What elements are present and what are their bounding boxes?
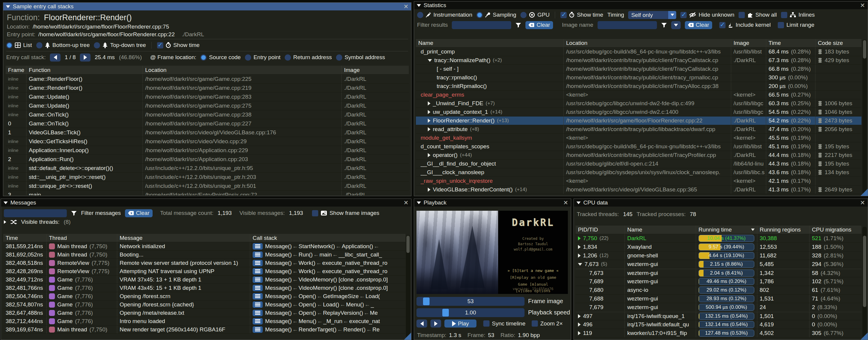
- stats-row[interactable]: FloorRenderer::Render()(+13) /home/wolf/…: [416, 116, 862, 125]
- message-row[interactable]: 382,428,269ns RemoteView(7,775) Attempti…: [3, 267, 405, 276]
- message-row[interactable]: 382,481,766ns Game(7,776) VRAM 43x45: 15…: [3, 284, 405, 292]
- cell-function[interactable]: Game::OnTick(): [26, 110, 143, 119]
- callstack-button[interactable]: [253, 326, 263, 333]
- filter-results-input[interactable]: [452, 21, 511, 29]
- close-icon[interactable]: ✕: [563, 200, 568, 206]
- call-stack-row[interactable]: inline Game::RenderFloor() /home/wolf/da…: [6, 84, 409, 92]
- visible-threads-label[interactable]: Visible threads:: [21, 219, 60, 225]
- funnel-icon[interactable]: [661, 23, 667, 28]
- call-stack-row[interactable]: inline Game::OnTick() /home/wolf/darkrl/…: [6, 110, 409, 119]
- cell-function[interactable]: Application::Run(): [26, 155, 143, 164]
- cell-function[interactable]: Game::Update(): [26, 92, 143, 101]
- timing-combo[interactable]: Self only: [628, 11, 676, 19]
- cell-pid[interactable]: 1,834: [576, 243, 625, 251]
- cell-name[interactable]: operator()(+44): [416, 151, 564, 159]
- gpu-radio[interactable]: GPU: [520, 11, 550, 18]
- statistics-scrollbar[interactable]: [862, 39, 867, 194]
- cpu-row[interactable]: 7,688 wezterm-gui 28.93 ms (0.12%) 1,531…: [576, 294, 862, 303]
- column-header[interactable]: CPU migrations: [809, 226, 862, 234]
- column-header[interactable]: PID/TID: [576, 226, 625, 234]
- cell-name[interactable]: __GI__dl_find_dso_for_object: [416, 160, 564, 168]
- slider-grab[interactable]: [442, 309, 449, 316]
- stats-row[interactable]: [ - self - ] /home/wolf/darkrl/contrib/t…: [416, 65, 862, 74]
- expand-arrow[interactable]: [578, 254, 581, 258]
- message-row[interactable]: 382,449,712ns Game(7,776) VRAM 37x45: 13…: [3, 276, 405, 284]
- cell-pid[interactable]: 7,679: [576, 303, 625, 311]
- clear-messages-button[interactable]: x Clear: [125, 209, 152, 217]
- expand-arrow[interactable]: [428, 127, 430, 131]
- cell-pid[interactable]: 7,680: [576, 286, 625, 294]
- call-stack-row[interactable]: 1 VideoGLBase::Tick() /home/wolf/darkrl/…: [6, 128, 409, 137]
- callstack-button[interactable]: [253, 243, 263, 250]
- stats-row[interactable]: tracy::InitRpmalloc() /home/wolf/darkrl/…: [416, 82, 862, 91]
- cell-function[interactable]: Game::Update(): [26, 101, 143, 110]
- call-stack-row[interactable]: inline Application::InnerLoop() /home/wo…: [6, 146, 409, 155]
- call-stack-row[interactable]: inline Game::Update() /home/wolf/darkrl/…: [6, 101, 409, 110]
- column-header[interactable]: Name: [416, 39, 564, 47]
- call-stack-row[interactable]: 0 Game::OnTick() /home/wolf/darkrl/src/g…: [6, 119, 409, 128]
- frame-image-slider[interactable]: 53: [416, 297, 525, 306]
- column-header[interactable]: Location: [143, 66, 342, 74]
- expand-arrow[interactable]: [578, 322, 581, 327]
- collapse-icon[interactable]: [417, 4, 421, 7]
- column-header[interactable]: Message: [117, 234, 250, 242]
- entry-point-value[interactable]: /home/wolf/darkrl/src/game/floor/FloorRe…: [38, 31, 175, 38]
- stats-row[interactable]: d_print_comp /usr/src/debug/gcc-build/x8…: [416, 48, 862, 56]
- cell-function[interactable]: main: [26, 191, 143, 195]
- cpu-scrollbar[interactable]: [862, 227, 867, 338]
- cpu-row[interactable]: 7,750(22) DarkRL 10.04 s (41.37%) 30,388…: [576, 234, 862, 243]
- column-header[interactable]: Location: [564, 39, 731, 47]
- callstack-button[interactable]: [253, 301, 263, 308]
- frame-loc-symbol-radio[interactable]: Symbol address: [336, 54, 385, 61]
- stats-row[interactable]: __GI___clock_nanosleep /usr/src/debug/gl…: [416, 168, 862, 177]
- cell-pid[interactable]: 7,750(22): [576, 234, 625, 243]
- column-header[interactable]: Code size: [815, 39, 862, 47]
- expand-arrow[interactable]: [428, 101, 430, 106]
- frame-loc-source-radio[interactable]: Source code: [200, 54, 241, 61]
- cpu-row[interactable]: 7,673(5) wezterm-gui 2.15 s (8.86%) 5,48…: [576, 260, 862, 269]
- cell-function[interactable]: Application::InnerLoop(): [26, 146, 143, 154]
- call-stack-row[interactable]: inline Video::GetTicksHiRes() /home/wolf…: [6, 137, 409, 146]
- callstack-button[interactable]: [253, 318, 263, 324]
- message-row[interactable]: 382,574,807ns Game(7,776) Opening /fores…: [3, 301, 405, 309]
- location-value[interactable]: /home/wolf/darkrl/src/game/floor/FloorRe…: [33, 24, 169, 30]
- scrollbar-thumb[interactable]: [406, 236, 410, 253]
- column-header[interactable]: Call stack: [250, 234, 405, 242]
- close-icon[interactable]: ✕: [860, 200, 865, 206]
- message-row[interactable]: 382,504,746ns Game(7,776) Opening /fores…: [3, 292, 405, 301]
- cell-name[interactable]: d_count_templates_scopes: [416, 142, 564, 151]
- column-header[interactable]: Image: [342, 66, 409, 74]
- clear-image-filter-button[interactable]: x Clear: [685, 21, 712, 29]
- stats-row[interactable]: tracy::NormalizePath()(+2) /home/wolf/da…: [416, 56, 862, 65]
- prev-frame-button[interactable]: [416, 319, 427, 328]
- cell-function[interactable]: Video::GetTicksHiRes(): [26, 137, 143, 146]
- collapse-icon[interactable]: [6, 5, 10, 8]
- show-frame-images-checkbox[interactable]: Show frame images: [312, 210, 379, 216]
- cpu-titlebar[interactable]: CPU data ✕: [574, 199, 868, 206]
- cpu-row[interactable]: 1,206(12) gnome-shell 4.64 s (19.10%) 11…: [576, 251, 862, 260]
- message-row[interactable]: 382,408,518ns RemoteView(7,775) Remote v…: [3, 259, 405, 267]
- expand-arrow[interactable]: [578, 245, 581, 249]
- cell-name[interactable]: tracy::rpmalloc(): [416, 74, 564, 82]
- clear-filter-button[interactable]: x Clear: [525, 21, 553, 29]
- cell-function[interactable]: std::__uniq_ptr_impl<>::reset(): [26, 173, 143, 181]
- cell-name[interactable]: tracy::InitRpmalloc(): [416, 82, 564, 90]
- cell-function[interactable]: Game::RenderFloor(): [26, 84, 143, 92]
- close-icon[interactable]: ✕: [403, 4, 408, 9]
- call-stack-row[interactable]: inline std::unique_ptr<>::reset() /usr/i…: [6, 181, 409, 191]
- resize-grip[interactable]: [404, 333, 411, 340]
- cell-function[interactable]: Game::OnTick(): [26, 119, 143, 128]
- cell-name[interactable]: VideoGLBase::RenderContent()(+14): [416, 186, 564, 194]
- expand-arrow[interactable]: [428, 59, 432, 62]
- cpu-row[interactable]: 7,689 wezterm-gui 49.46 ms (0.20%) 1,786…: [576, 277, 862, 286]
- cell-pid[interactable]: 7,688: [576, 294, 625, 303]
- call-stack-row[interactable]: inline std::__uniq_ptr_impl<>::reset() /…: [6, 173, 409, 181]
- cell-function[interactable]: std::unique_ptr<>::reset(): [26, 181, 143, 190]
- stats-row[interactable]: uw_update_context_1(+14) /usr/src/debug/…: [416, 108, 862, 116]
- scrollbar-thumb[interactable]: [863, 40, 866, 59]
- mode-bottom-up-radio[interactable]: Bottom-up tree: [36, 42, 90, 49]
- zoom-2x-checkbox[interactable]: Zoom 2×: [532, 320, 563, 327]
- expand-arrow[interactable]: [578, 263, 582, 266]
- cpu-row[interactable]: 7,680 async-io 29.02 ms (0.12%) 802 61(7…: [576, 286, 862, 294]
- show-time-checkbox[interactable]: Show time: [560, 11, 603, 18]
